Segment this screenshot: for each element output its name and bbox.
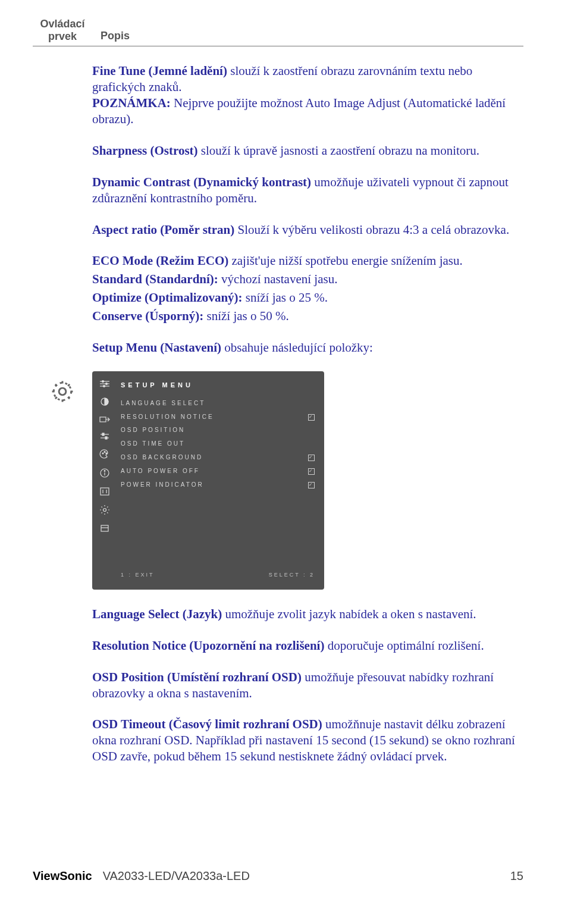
osd-item-label: AUTO POWER OFF <box>121 468 200 475</box>
svg-rect-13 <box>105 437 107 439</box>
svg-point-6 <box>106 383 108 384</box>
tune-icon <box>99 487 110 496</box>
osd-exit-label: 1 : EXIT <box>121 572 155 579</box>
para-osd-timeout: OSD Timeout (Časový limit rozhraní OSD) … <box>92 716 523 765</box>
input-icon <box>99 415 110 424</box>
brand-label: ViewSonic <box>33 869 92 883</box>
osd-sidebar <box>92 371 117 585</box>
para-eco-mode: ECO Mode (Režim ECO) zajišt'uje nižší sp… <box>92 253 523 324</box>
osd-item-label: POWER INDICATOR <box>121 481 204 489</box>
label-osd-position: OSD Position (Umístění rozhraní OSD) <box>92 670 302 684</box>
svg-point-0 <box>59 389 66 396</box>
memory-icon <box>99 524 110 533</box>
text-resolution: doporučuje optimální rozlišení. <box>324 638 484 653</box>
adjust-icon <box>99 432 110 440</box>
para-language-select: Language Select (Jazyk) umožňuje zvolit … <box>92 606 523 622</box>
svg-point-5 <box>102 380 104 382</box>
label-aspect-ratio: Aspect ratio (Poměr stran) <box>92 223 234 237</box>
svg-point-7 <box>103 385 105 387</box>
contrast-icon <box>99 396 110 407</box>
para-dynamic-contrast: Dynamic Contrast (Dynamický kontrast) um… <box>92 174 523 206</box>
label-dynamic-contrast: Dynamic Contrast (Dynamický kontrast) <box>92 175 311 189</box>
checkbox-icon: ✓ <box>308 482 315 488</box>
osd-title: SETUP MENU <box>121 381 315 389</box>
para-sharpness: Sharpness (Ostrost) slouží k úpravě jasn… <box>92 143 523 159</box>
page-number: 15 <box>510 869 523 883</box>
osd-item-auto-power[interactable]: AUTO POWER OFF✓ <box>121 468 315 475</box>
sliders-icon <box>99 380 110 388</box>
osd-item-label: OSD TIME OUT <box>121 440 185 448</box>
para-fine-tune: Fine Tune (Jemné ladění) slouží k zaostř… <box>92 63 523 127</box>
checkbox-icon: ✓ <box>308 414 315 421</box>
info-icon <box>99 468 110 478</box>
text-setup-menu: obsahuje následující položky: <box>221 340 373 355</box>
page-footer: ViewSonic VA2033-LED/VA2033a-LED 15 <box>33 869 523 883</box>
label-setup-menu: Setup Menu (Nastavení) <box>92 340 221 355</box>
checkbox-icon: ✓ <box>308 455 315 461</box>
label-fine-tune: Fine Tune (Jemné ladění) <box>92 64 227 78</box>
th-control: Ovládací prvek <box>33 18 92 42</box>
model-label: VA2033-LED/VA2033a-LED <box>103 869 250 883</box>
label-optimize: Optimize (Optimalizovaný): <box>92 290 243 305</box>
label-conserve: Conserve (Úsporný): <box>92 309 203 323</box>
osd-item-timeout[interactable]: OSD TIME OUT <box>121 440 315 448</box>
svg-rect-24 <box>101 525 108 531</box>
osd-item-position[interactable]: OSD POSITION <box>121 427 315 434</box>
text-conserve: sníží jas o 50 %. <box>203 309 288 323</box>
text-aspect-ratio: Slouží k výběru velikosti obrazu 4:3 a c… <box>234 223 509 237</box>
label-note: POZNÁMKA: <box>92 96 171 110</box>
label-standard: Standard (Standardní): <box>92 272 218 286</box>
label-language: Language Select (Jazyk) <box>92 607 222 621</box>
svg-point-19 <box>104 470 105 471</box>
osd-item-background[interactable]: OSD BACKGROUND✓ <box>121 454 315 462</box>
label-resolution: Resolution Notice (Upozornění na rozliše… <box>92 638 324 653</box>
text-standard: výchozí nastavení jasu. <box>218 272 338 286</box>
osd-item-label: RESOLUTION NOTICE <box>121 414 214 421</box>
settings-icon <box>99 505 110 515</box>
para-resolution-notice: Resolution Notice (Upozornění na rozliše… <box>92 638 523 654</box>
checkbox-icon: ✓ <box>308 468 315 475</box>
svg-rect-9 <box>100 417 106 422</box>
description-column: Fine Tune (Jemné ladění) slouží k zaostř… <box>92 63 523 780</box>
text-sharpness: slouží k úpravě jasnosti a zaostření obr… <box>198 143 480 158</box>
osd-panel: SETUP MENU LANGUAGE SELECT RESOLUTION NO… <box>92 371 324 590</box>
svg-point-14 <box>102 453 103 454</box>
text-language: umožňuje zvolit jazyk nabídek a oken s n… <box>222 607 476 621</box>
palette-icon <box>99 449 110 459</box>
osd-item-label: OSD POSITION <box>121 427 185 434</box>
para-osd-position: OSD Position (Umístění rozhraní OSD) umo… <box>92 669 523 701</box>
para-aspect-ratio: Aspect ratio (Poměr stran) Slouží k výbě… <box>92 222 523 238</box>
label-osd-timeout: OSD Timeout (Časový limit rozhraní OSD) <box>92 717 322 731</box>
gear-icon <box>49 378 76 405</box>
text-eco: zajišt'uje nižší spotřebu energie snížen… <box>228 253 463 268</box>
osd-select-label: SELECT : 2 <box>269 572 315 579</box>
svg-point-16 <box>106 453 107 454</box>
osd-item-resolution[interactable]: RESOLUTION NOTICE✓ <box>121 414 315 421</box>
svg-rect-12 <box>102 433 104 436</box>
osd-item-label: LANGUAGE SELECT <box>121 400 205 408</box>
label-sharpness: Sharpness (Ostrost) <box>92 143 198 158</box>
table-header: Ovládací prvek Popis <box>33 18 523 46</box>
th-desc: Popis <box>92 30 130 42</box>
osd-item-power-indicator[interactable]: POWER INDICATOR✓ <box>121 481 315 489</box>
label-eco: ECO Mode (Režim ECO) <box>92 253 228 268</box>
osd-item-language[interactable]: LANGUAGE SELECT <box>121 400 315 408</box>
para-setup-menu: Setup Menu (Nastavení) obsahuje následuj… <box>92 340 523 356</box>
svg-point-15 <box>104 451 105 452</box>
osd-item-label: OSD BACKGROUND <box>121 454 203 462</box>
text-optimize: sníží jas o 25 %. <box>243 290 328 305</box>
svg-point-23 <box>103 508 106 511</box>
svg-rect-20 <box>101 488 109 495</box>
